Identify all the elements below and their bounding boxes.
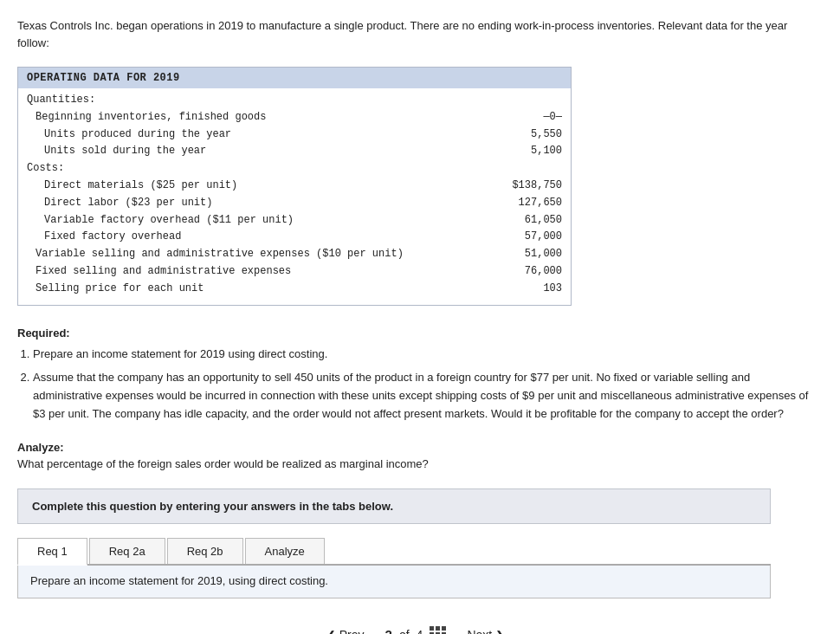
table-data-row: Variable selling and administrative expe… [27, 246, 562, 263]
table-header: OPERATING DATA FOR 2019 [18, 68, 571, 88]
quantities-label-row: Quantities: [27, 92, 562, 109]
tab-analyze[interactable]: Analyze [245, 538, 325, 564]
row-label: Direct labor ($23 per unit) [27, 195, 493, 212]
table-data-row: Direct materials ($25 per unit)$138,750 [27, 178, 562, 195]
analyze-text: What percentage of the foreign sales ord… [17, 457, 429, 470]
row-label: Units produced during the year [27, 126, 493, 144]
tabs-container: Req 1Req 2aReq 2bAnalyze [17, 538, 771, 566]
table-body: Quantities: Beginning inventories, finis… [18, 88, 571, 305]
table-data-row: Costs: [27, 160, 562, 178]
row-label: Variable factory overhead ($11 per unit) [27, 212, 493, 230]
next-label: Next [467, 628, 492, 634]
required-section: Required: Prepare an income statement fo… [17, 325, 814, 424]
of-label: of [399, 628, 410, 634]
row-label: Fixed selling and administrative expense… [27, 263, 493, 281]
row-value: 103 [493, 281, 562, 298]
row-label: Direct materials ($25 per unit) [27, 178, 493, 195]
operating-data-table: OPERATING DATA FOR 2019 Quantities: Begi… [17, 67, 572, 306]
chevron-left-icon [326, 628, 336, 634]
prev-label: Prev [339, 628, 365, 634]
tab-req2a[interactable]: Req 2a [89, 538, 165, 564]
row-value: 51,000 [493, 246, 562, 263]
row-label: Units sold during the year [27, 143, 493, 160]
tab-content-text: Prepare an income statement for 2019, us… [30, 574, 328, 587]
table-data-row: Units produced during the year5,550 [27, 126, 562, 144]
row-label: Variable selling and administrative expe… [27, 246, 493, 263]
prev-button[interactable]: Prev [314, 623, 377, 634]
table-data-row: Selling price for each unit103 [27, 281, 562, 298]
total-pages: 4 [417, 628, 423, 634]
required-title: Required: [17, 325, 814, 343]
row-label: Beginning inventories, finished goods [27, 109, 493, 126]
row-value: 57,000 [493, 229, 562, 246]
complete-box: Complete this question by entering your … [17, 488, 771, 524]
intro-text: Texas Controls Inc. began operations in … [17, 17, 814, 51]
table-data-row: Direct labor ($23 per unit)127,650 [27, 195, 562, 212]
tab-content-bar: Prepare an income statement for 2019, us… [17, 566, 771, 598]
analyze-section: Analyze: What percentage of the foreign … [17, 439, 814, 473]
table-data-row: Variable factory overhead ($11 per unit)… [27, 212, 562, 230]
quantities-label: Quantities: [27, 92, 562, 109]
row-label: Costs: [27, 160, 493, 178]
grid-icon[interactable] [430, 626, 446, 634]
row-value: 5,100 [493, 143, 562, 160]
required-item-1: Prepare an income statement for 2019 usi… [33, 346, 814, 364]
analyze-title: Analyze: [17, 441, 63, 454]
row-label: Selling price for each unit [27, 281, 493, 298]
chevron-right-icon [495, 628, 505, 634]
current-page: 2 [385, 627, 392, 634]
page-info: 2 of 4 [385, 626, 447, 634]
pagination: Prev 2 of 4 Next [17, 623, 814, 634]
row-value: 76,000 [493, 263, 562, 281]
table-data-row: Units sold during the year5,100 [27, 143, 562, 160]
row-value: $138,750 [493, 178, 562, 195]
row-value: 127,650 [493, 195, 562, 212]
tab-req2b[interactable]: Req 2b [167, 538, 243, 564]
table-data-row: Beginning inventories, finished goods—0— [27, 109, 562, 126]
tab-req1[interactable]: Req 1 [17, 538, 87, 566]
row-value [493, 160, 562, 178]
row-value: —0— [493, 109, 562, 126]
required-item-2: Assume that the company has an opportuni… [33, 369, 814, 423]
row-label: Fixed factory overhead [27, 229, 493, 246]
table-data-row: Fixed factory overhead57,000 [27, 229, 562, 246]
row-value: 61,050 [493, 212, 562, 230]
row-value: 5,550 [493, 126, 562, 144]
next-button[interactable]: Next [455, 623, 517, 634]
table-data-row: Fixed selling and administrative expense… [27, 263, 562, 281]
